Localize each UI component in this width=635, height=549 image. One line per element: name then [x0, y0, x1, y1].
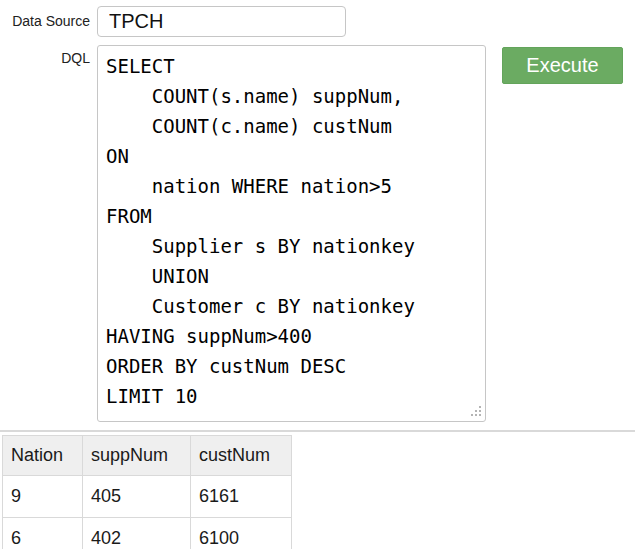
table-row: 9 405 6161 [3, 476, 292, 518]
column-header-suppnum: suppNum [83, 436, 191, 476]
dql-textarea-wrap: SELECT COUNT(s.name) suppNum, COUNT(c.na… [97, 45, 486, 422]
column-header-custnum: custNum [191, 436, 292, 476]
column-header-nation: Nation [3, 436, 83, 476]
cell-custnum: 6100 [191, 518, 292, 549]
data-source-row: Data Source [0, 6, 635, 37]
data-source-input[interactable] [97, 6, 346, 37]
query-app: Data Source DQL SELECT COUNT(s.name) sup… [0, 0, 635, 549]
dql-row: DQL SELECT COUNT(s.name) suppNum, COUNT(… [0, 45, 635, 422]
execute-button[interactable]: Execute [502, 47, 623, 84]
data-source-label: Data Source [0, 6, 97, 37]
cell-nation: 9 [3, 476, 83, 518]
dql-label: DQL [0, 45, 97, 66]
cell-suppnum: 405 [83, 476, 191, 518]
table-row: 6 402 6100 [3, 518, 292, 549]
table-header-row: Nation suppNum custNum [3, 436, 292, 476]
results-panel: Nation suppNum custNum 9 405 6161 6 402 … [0, 430, 635, 549]
cell-suppnum: 402 [83, 518, 191, 549]
cell-nation: 6 [3, 518, 83, 549]
cell-custnum: 6161 [191, 476, 292, 518]
resize-grip-icon[interactable] [471, 406, 482, 417]
results-table: Nation suppNum custNum 9 405 6161 6 402 … [2, 435, 292, 549]
dql-textarea[interactable]: SELECT COUNT(s.name) suppNum, COUNT(c.na… [97, 45, 486, 422]
